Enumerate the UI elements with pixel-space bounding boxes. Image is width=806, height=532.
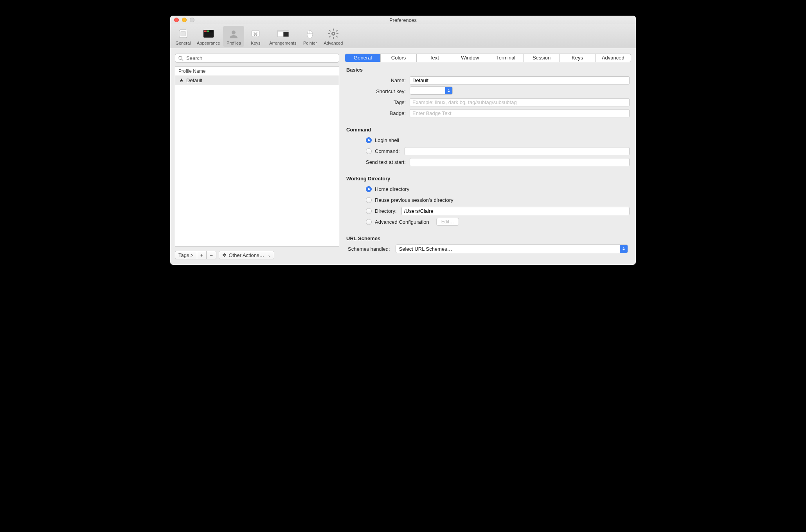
- working-dir-heading: Working Directory: [346, 176, 630, 182]
- command-radio[interactable]: [366, 148, 372, 154]
- select-arrows-icon: [620, 245, 628, 253]
- svg-line-26: [182, 59, 183, 61]
- directory-label: Directory:: [375, 208, 397, 214]
- name-label: Name:: [346, 77, 406, 83]
- send-text-field[interactable]: [410, 158, 630, 166]
- svg-point-6: [232, 31, 236, 34]
- toolbar: General Appearance Profiles ⌘ Keys Arran…: [170, 24, 636, 48]
- shortcut-key-select[interactable]: [410, 86, 453, 95]
- directory-radio[interactable]: [366, 208, 372, 214]
- preferences-window: Preferences General Appearance Profiles …: [170, 16, 636, 265]
- svg-rect-21: [336, 30, 338, 32]
- toolbar-advanced[interactable]: Advanced: [321, 26, 345, 47]
- select-arrows-icon: [445, 87, 452, 94]
- toolbar-keys[interactable]: ⌘ Keys: [245, 26, 266, 47]
- profile-tabs: General Colors Text Window Terminal Sess…: [345, 54, 631, 62]
- gear-icon: [327, 27, 340, 40]
- toolbar-arrangements[interactable]: Arrangements: [267, 26, 299, 47]
- main: General Colors Text Window Terminal Sess…: [345, 54, 631, 259]
- tab-terminal[interactable]: Terminal: [488, 54, 524, 62]
- tags-label: Tags:: [346, 99, 406, 105]
- svg-rect-5: [204, 32, 213, 37]
- login-shell-radio[interactable]: [366, 137, 372, 143]
- name-field[interactable]: [410, 76, 630, 84]
- reuse-dir-label: Reuse previous session's directory: [375, 197, 453, 203]
- svg-point-25: [179, 56, 182, 59]
- other-actions-button[interactable]: ✲ Other Actions… ⌄: [219, 251, 274, 259]
- svg-rect-23: [336, 36, 338, 38]
- content: Profile Name ★ Default Tags > + – ✲ Othe…: [170, 48, 636, 265]
- basics-heading: Basics: [346, 67, 630, 73]
- shortcut-label: Shortcut key:: [346, 88, 406, 94]
- toolbar-profiles[interactable]: Profiles: [223, 26, 244, 47]
- svg-rect-20: [329, 30, 331, 32]
- sidebar: Profile Name ★ Default Tags > + – ✲ Othe…: [175, 54, 339, 259]
- url-schemes-heading: URL Schemes: [346, 235, 630, 241]
- svg-rect-1: [181, 31, 185, 36]
- svg-rect-19: [336, 33, 338, 34]
- add-profile-button[interactable]: +: [197, 251, 207, 259]
- toolbar-general[interactable]: General: [173, 26, 194, 47]
- remove-profile-button[interactable]: –: [207, 251, 216, 259]
- tab-advanced[interactable]: Advanced: [596, 54, 631, 62]
- svg-point-24: [333, 33, 334, 34]
- adv-config-radio[interactable]: [366, 219, 372, 225]
- tags-button[interactable]: Tags >: [175, 251, 197, 259]
- schemes-handled-label: Schemes handled:: [348, 246, 390, 252]
- url-schemes-select[interactable]: Select URL Schemes…: [396, 244, 628, 253]
- search-input[interactable]: [175, 54, 339, 63]
- send-text-label: Send text at start:: [346, 159, 406, 165]
- tags-field[interactable]: [410, 98, 630, 106]
- star-icon: ★: [179, 77, 184, 83]
- adv-config-label: Advanced Configuration: [375, 219, 429, 225]
- svg-rect-11: [278, 31, 289, 32]
- tab-keys[interactable]: Keys: [560, 54, 595, 62]
- sidebar-bottom: Tags > + – ✲ Other Actions… ⌄: [175, 251, 339, 259]
- profile-list-header: Profile Name: [175, 67, 339, 76]
- home-dir-radio[interactable]: [366, 186, 372, 192]
- profiles-icon: [227, 27, 240, 40]
- svg-rect-22: [329, 36, 331, 38]
- chevron-down-icon: ⌄: [268, 253, 271, 257]
- command-heading: Command: [346, 127, 630, 133]
- svg-rect-18: [328, 33, 330, 34]
- profile-name: Default: [186, 77, 202, 83]
- tab-general[interactable]: General: [345, 54, 381, 62]
- list-item[interactable]: ★ Default: [175, 76, 339, 85]
- badge-label: Badge:: [346, 110, 406, 116]
- profile-list[interactable]: Profile Name ★ Default: [175, 66, 339, 247]
- badge-field[interactable]: [410, 109, 630, 117]
- tab-colors[interactable]: Colors: [381, 54, 416, 62]
- tab-window[interactable]: Window: [452, 54, 488, 62]
- gear-icon: ✲: [222, 252, 227, 258]
- window-title: Preferences: [170, 17, 636, 23]
- svg-rect-3: [204, 31, 207, 32]
- titlebar: Preferences: [170, 16, 636, 24]
- login-shell-label: Login shell: [375, 137, 399, 143]
- svg-rect-4: [207, 31, 209, 32]
- command-field[interactable]: [405, 147, 630, 155]
- general-icon: [177, 27, 189, 40]
- search-icon: [178, 56, 184, 61]
- tab-text[interactable]: Text: [417, 54, 452, 62]
- directory-field[interactable]: [401, 207, 630, 215]
- tab-session[interactable]: Session: [524, 54, 560, 62]
- toolbar-appearance[interactable]: Appearance: [194, 26, 222, 47]
- svg-rect-16: [333, 29, 334, 31]
- toolbar-pointer[interactable]: Pointer: [299, 26, 320, 47]
- arrangements-icon: [277, 27, 289, 40]
- svg-rect-17: [333, 37, 334, 39]
- command-label: Command:: [375, 148, 400, 154]
- svg-text:⌘: ⌘: [253, 31, 258, 37]
- home-dir-label: Home directory: [375, 186, 409, 192]
- pointer-icon: [304, 27, 316, 40]
- edit-button[interactable]: Edit…: [436, 218, 459, 226]
- appearance-icon: [202, 27, 215, 40]
- reuse-dir-radio[interactable]: [366, 197, 372, 203]
- keys-icon: ⌘: [249, 27, 262, 40]
- general-form: Basics Name: Shortcut key: Tags: Badge:: [345, 67, 631, 259]
